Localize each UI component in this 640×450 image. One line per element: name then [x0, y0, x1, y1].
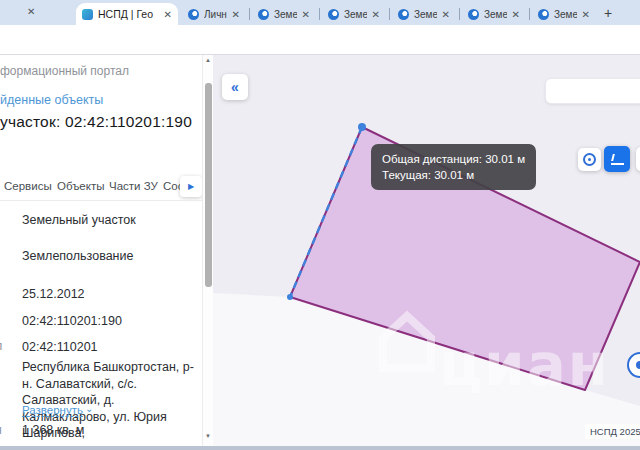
window-bottom-edge — [0, 446, 640, 450]
list-item-parcel[interactable]: Земельный участок — [22, 213, 136, 227]
panel-tab-objects[interactable]: Объекты — [57, 180, 104, 192]
tab-zemelny-3[interactable]: Земельный ✕ — [392, 3, 456, 25]
panel-tab-parts[interactable]: Части ЗУ — [109, 180, 158, 192]
tool-button-partial[interactable] — [636, 147, 640, 171]
gosuslugi-favicon-icon — [328, 9, 339, 20]
map-canvas[interactable]: циан « Общая дистанция: 30.01 м Текущая:… — [213, 55, 640, 446]
tab-separator — [529, 8, 530, 20]
current-distance-text: Текущая: 30.01 м — [382, 167, 525, 183]
found-objects-link[interactable]: йденные объекты — [0, 93, 103, 107]
map-search-input[interactable] — [545, 78, 640, 104]
parcel-title: участок: 02:42:110201:190 — [0, 113, 192, 131]
tab-title: Земельный — [274, 9, 297, 20]
tab-title: НСПД | Гео — [98, 8, 159, 20]
tab-title: Земельный — [554, 9, 577, 20]
close-icon[interactable]: ✕ — [582, 9, 590, 20]
close-icon[interactable]: ✕ — [232, 9, 240, 20]
arrow-right-icon: ▶ — [188, 182, 194, 191]
tab-strip: ✕ НСПД | Гео ✕ Личный каб ✕ Земельный ✕ … — [0, 0, 640, 25]
chevron-down-icon: ⌄ — [85, 403, 93, 414]
close-icon[interactable]: ✕ — [302, 9, 310, 20]
clipped-label-fragment: л — [0, 339, 2, 353]
tab-zemelny-4[interactable]: Земельный ✕ — [462, 3, 526, 25]
close-icon[interactable]: ✕ — [442, 9, 450, 20]
close-icon[interactable]: ✕ — [512, 9, 520, 20]
panel-divider — [0, 200, 202, 201]
tab-zemelny-5[interactable]: Земельный ✕ — [532, 3, 596, 25]
tab-title: Земельный — [414, 9, 437, 20]
tab-separator — [389, 8, 390, 20]
gosuslugi-favicon-icon — [258, 9, 269, 20]
double-chevron-left-icon: « — [231, 79, 239, 95]
tab-zemelny-1[interactable]: Земельный ✕ — [252, 3, 316, 25]
measurement-tooltip: Общая дистанция: 30.01 м Текущая: 30.01 … — [371, 144, 536, 190]
tab-title: Земельный — [344, 9, 367, 20]
close-icon[interactable]: ✕ — [164, 9, 172, 20]
panel-tab-services[interactable]: Сервисы — [4, 180, 52, 192]
value-cadastral-number: 02:42:110201:190 — [22, 314, 122, 328]
gosuslugi-favicon-icon — [188, 9, 199, 20]
browser-window: ✕ НСПД | Гео ✕ Личный каб ✕ Земельный ✕ … — [0, 0, 640, 450]
location-dot-icon — [636, 361, 640, 369]
value-quarter-number: 02:42:110201 — [22, 340, 98, 354]
measurement-vertex-dot[interactable] — [358, 123, 366, 131]
map-attribution: НСПД 2025 © — [585, 424, 640, 439]
scroll-up-icon[interactable]: ▲ — [205, 57, 211, 63]
gosuslugi-favicon-icon — [398, 9, 409, 20]
close-icon[interactable]: ✕ — [372, 9, 380, 20]
tab-title: Личный каб — [204, 9, 227, 20]
tab-zemelny-2[interactable]: Земельный ✕ — [322, 3, 386, 25]
total-distance-text: Общая дистанция: 30.01 м — [382, 151, 525, 167]
browser-toolbar: nspd.gov.ru/map?thematic=PKK&zoom=19.842… — [0, 25, 640, 54]
gosuslugi-favicon-icon — [468, 9, 479, 20]
value-date: 25.12.2012 — [22, 287, 85, 301]
tab-title: Земельный — [484, 9, 507, 20]
collapse-panel-button[interactable]: « — [222, 74, 248, 100]
list-item-landuse[interactable]: Землепользование — [22, 249, 133, 263]
value-area: 1 368 кв. м — [22, 423, 84, 437]
scrollbar-thumb[interactable] — [205, 83, 212, 287]
panel-scrollbar[interactable]: ▲ ▼ — [202, 55, 213, 446]
ruler-baseline-icon — [611, 163, 624, 165]
new-tab-button[interactable]: + — [604, 5, 612, 21]
scroll-down-icon[interactable]: ▼ — [205, 433, 211, 439]
close-icon[interactable]: ✕ — [27, 6, 35, 17]
tab-nspd-geo[interactable]: НСПД | Гео ✕ — [76, 3, 178, 25]
map-layers: циан — [213, 55, 640, 446]
clipped-label-fragment: я — [0, 423, 2, 437]
measurement-vertex-dot[interactable] — [287, 294, 293, 300]
tab-separator — [459, 8, 460, 20]
target-circle-icon — [583, 153, 596, 166]
ruler-icon — [611, 154, 623, 161]
point-select-tool-button[interactable] — [578, 148, 601, 171]
gosuslugi-favicon-icon — [538, 9, 549, 20]
tab-separator — [249, 8, 250, 20]
parcel-info-panel: формационный портал йденные объекты учас… — [0, 55, 213, 446]
portal-header: формационный портал — [0, 64, 129, 78]
tab-lichny-kabinet[interactable]: Личный каб ✕ — [182, 3, 246, 25]
tab-separator — [319, 8, 320, 20]
tabs-scroll-right-button[interactable]: ▶ — [180, 176, 202, 197]
watermark-text: циан — [439, 331, 610, 399]
nspd-favicon-icon — [82, 9, 93, 20]
expand-link[interactable]: Развернуть — [22, 404, 83, 417]
measure-distance-tool-button[interactable] — [604, 146, 630, 172]
